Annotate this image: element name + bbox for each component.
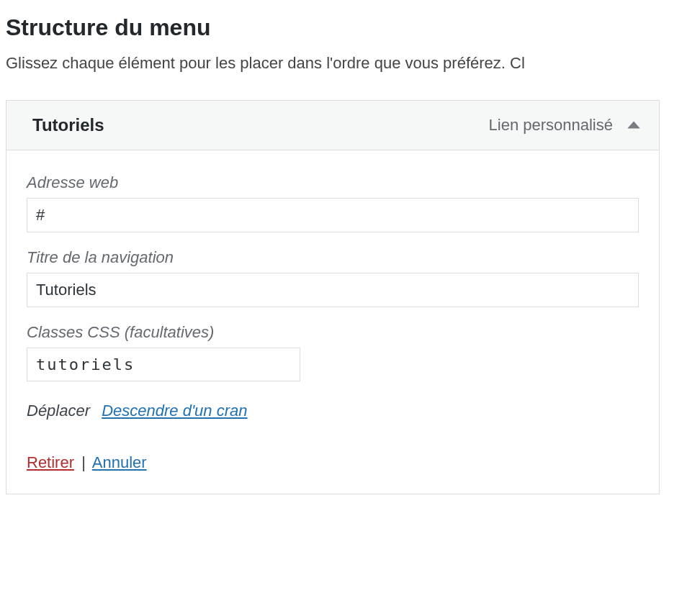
url-label: Adresse web [27, 173, 639, 192]
url-input[interactable] [27, 198, 639, 232]
nav-title-label: Titre de la navigation [27, 248, 639, 267]
css-classes-label: Classes CSS (facultatives) [27, 323, 639, 342]
section-title: Structure du menu [6, 14, 694, 41]
bottom-actions: Retirer | Annuler [27, 453, 639, 472]
move-row: Déplacer Descendre d'un cran [27, 402, 639, 420]
action-separator: | [81, 453, 86, 471]
nav-title-input[interactable] [27, 273, 639, 307]
move-down-link[interactable]: Descendre d'un cran [102, 402, 247, 420]
menu-item-header[interactable]: Tutoriels Lien personnalisé [6, 101, 659, 150]
menu-item-title: Tutoriels [32, 115, 104, 135]
field-url: Adresse web [27, 173, 639, 232]
field-nav-title: Titre de la navigation [27, 248, 639, 307]
cancel-link[interactable]: Annuler [92, 453, 147, 471]
menu-item-type-group: Lien personnalisé [489, 116, 642, 135]
field-css-classes: Classes CSS (facultatives) [27, 323, 639, 381]
remove-link[interactable]: Retirer [27, 453, 74, 471]
chevron-up-icon[interactable] [626, 117, 642, 133]
move-label: Déplacer [27, 402, 90, 420]
menu-item-type-label: Lien personnalisé [489, 116, 613, 135]
section-description: Glissez chaque élément pour les placer d… [6, 54, 694, 73]
menu-item-body: Adresse web Titre de la navigation Class… [6, 150, 659, 494]
menu-item: Tutoriels Lien personnalisé Adresse web … [6, 100, 660, 494]
css-classes-input[interactable] [27, 348, 300, 381]
